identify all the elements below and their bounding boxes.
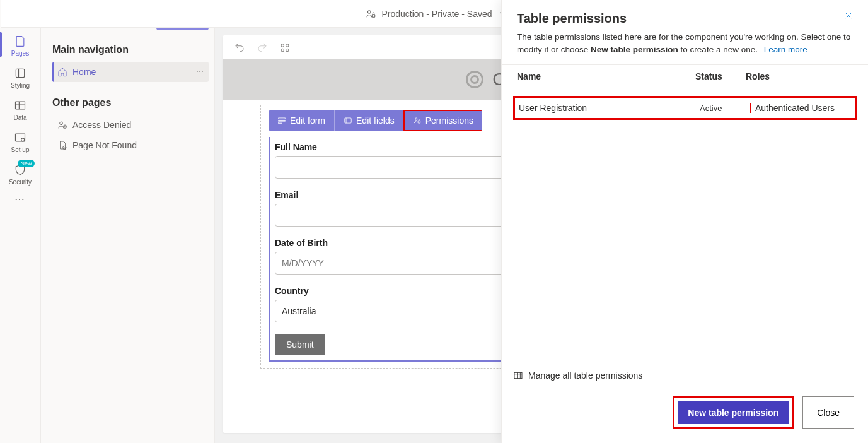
other-pages-label: Other pages [52,97,209,109]
permission-row[interactable]: User Registration Active Authenticated U… [513,96,857,120]
rail-label: Security [9,179,32,186]
more-icon[interactable]: ⋯ [196,67,205,76]
nav-item-label: Page Not Found [72,140,137,150]
company-logo-icon [466,71,483,88]
svg-rect-15 [279,122,282,124]
workspace-label: Production - Private - Saved [381,9,492,19]
nav-item-label: Home [72,67,96,77]
svg-point-3 [21,138,25,141]
nav-item-label: Access Denied [72,120,131,130]
desc-bold: New table permission [591,45,678,54]
svg-point-11 [281,49,284,52]
svg-point-9 [281,44,284,47]
permissions-button[interactable]: Permissions [404,110,482,131]
svg-rect-16 [345,118,352,123]
new-badge: New [18,160,34,167]
rail-label: Pages [11,50,29,57]
rail-item-data[interactable]: Data [0,93,41,125]
rail-label: Styling [11,82,30,89]
nav-item-access-denied[interactable]: Access Denied [52,115,209,135]
close-icon[interactable] [844,11,853,22]
redo-icon[interactable] [257,42,268,53]
pages-panel: Pages ＋ Page Main navigation Home ⋯ Othe… [41,0,214,443]
col-name: Name [517,71,695,81]
edit-form-button[interactable]: Edit form [269,110,335,131]
workspace-switcher[interactable]: Production - Private - Saved ▾ [365,8,503,20]
grid-icon [513,370,523,381]
panel-title: Table permissions [517,11,627,26]
svg-rect-19 [514,372,522,378]
permissions-table-header: Name Status Roles [502,64,868,88]
row-status: Active [700,103,750,113]
people-lock-icon [365,8,376,20]
permissions-label: Permissions [425,115,473,126]
edit-fields-label: Edit fields [356,115,395,126]
rail-label: Data [13,114,26,121]
rail-more-icon[interactable]: ⋯ [14,193,26,205]
submit-button[interactable]: Submit [275,334,325,355]
panel-description: The table permissions listed here are fo… [502,31,868,64]
svg-rect-0 [16,69,24,77]
rail-item-pages[interactable]: Pages [0,28,41,61]
nav-item-home[interactable]: Home ⋯ [52,62,209,82]
country-value: Australia [282,306,316,316]
form-toolbar: Edit form Edit fields Permissions [269,110,482,131]
svg-point-10 [286,44,289,47]
new-table-permission-button[interactable]: New table permission [678,401,789,424]
svg-point-7 [368,10,371,13]
svg-point-12 [286,49,289,52]
undo-icon[interactable] [234,42,245,53]
new-permission-highlight: New table permission [673,396,794,429]
col-status: Status [695,71,746,81]
svg-rect-1 [16,102,25,109]
nav-item-page-not-found[interactable]: Page Not Found [52,135,209,155]
table-permissions-panel: Table permissions The table permissions … [501,0,868,443]
row-roles: Authenticated Users [750,103,851,113]
left-rail: Pages Styling Data Set up New Security ⋯ [0,0,41,443]
svg-point-4 [60,122,63,125]
panel-actions: New table permission Close [502,387,868,443]
rail-item-styling[interactable]: Styling [0,61,41,93]
svg-rect-18 [418,121,420,124]
row-name: User Registration [519,103,700,113]
edit-fields-button[interactable]: Edit fields [335,110,404,131]
learn-more-link[interactable]: Learn more [764,45,807,54]
svg-rect-8 [373,14,376,17]
rail-item-security[interactable]: New Security [0,157,41,189]
manage-all-label: Manage all table permissions [528,370,642,381]
col-roles: Roles [746,71,853,81]
manage-all-permissions-link[interactable]: Manage all table permissions [502,370,868,387]
svg-rect-13 [279,118,286,119]
svg-rect-14 [279,120,286,121]
close-button[interactable]: Close [802,396,854,429]
link-icon[interactable] [279,42,291,53]
edit-form-label: Edit form [290,115,325,126]
main-nav-label: Main navigation [52,44,209,56]
rail-label: Set up [11,146,30,153]
svg-rect-2 [16,134,25,141]
desc-post: to create a new one. [678,45,758,54]
rail-item-setup[interactable]: Set up [0,125,41,157]
svg-point-17 [415,118,417,121]
